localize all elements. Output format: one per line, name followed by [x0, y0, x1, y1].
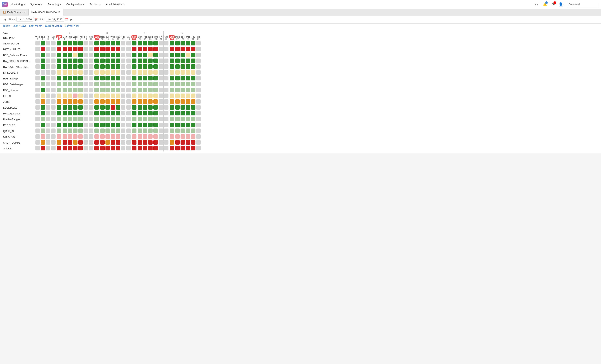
- check-cell[interactable]: [163, 140, 169, 146]
- check-cell[interactable]: [67, 99, 73, 105]
- check-cell[interactable]: [67, 41, 73, 47]
- check-cell[interactable]: [137, 99, 142, 105]
- check-cell[interactable]: [196, 81, 201, 87]
- check-cell[interactable]: [175, 93, 180, 99]
- check-cell[interactable]: [116, 93, 121, 99]
- check-cell[interactable]: [185, 146, 190, 152]
- check-cell[interactable]: [56, 70, 62, 76]
- check-cell[interactable]: [175, 140, 180, 146]
- check-cell[interactable]: [110, 58, 116, 64]
- check-cell[interactable]: [148, 70, 153, 76]
- check-cell[interactable]: [153, 116, 158, 122]
- check-cell[interactable]: [67, 116, 73, 122]
- check-cell[interactable]: [105, 134, 110, 140]
- check-cell[interactable]: [148, 64, 153, 70]
- check-cell[interactable]: [153, 134, 158, 140]
- check-cell[interactable]: [40, 111, 45, 116]
- check-cell[interactable]: [62, 99, 67, 105]
- check-cell[interactable]: [105, 81, 110, 87]
- check-cell[interactable]: [131, 134, 138, 140]
- check-cell[interactable]: [175, 111, 180, 116]
- check-cell[interactable]: [45, 116, 51, 122]
- check-cell[interactable]: [78, 116, 83, 122]
- check-cell[interactable]: [158, 116, 163, 122]
- check-cell[interactable]: [163, 41, 169, 47]
- check-cell[interactable]: [126, 122, 131, 128]
- check-cell[interactable]: [116, 58, 121, 64]
- check-cell[interactable]: [100, 134, 105, 140]
- next-button[interactable]: ▶: [70, 17, 74, 22]
- check-cell[interactable]: [45, 41, 51, 47]
- check-cell[interactable]: [126, 134, 131, 140]
- check-cell[interactable]: [190, 99, 196, 105]
- check-cell[interactable]: [158, 99, 163, 105]
- check-cell[interactable]: [175, 87, 180, 93]
- check-cell[interactable]: [163, 81, 169, 87]
- nav-systems[interactable]: Systems ▼: [28, 2, 45, 7]
- check-cell[interactable]: [100, 76, 105, 81]
- check-cell[interactable]: [196, 93, 201, 99]
- check-cell[interactable]: [196, 64, 201, 70]
- check-cell[interactable]: [88, 47, 94, 52]
- check-cell[interactable]: [67, 111, 73, 116]
- check-cell[interactable]: [142, 76, 148, 81]
- check-cell[interactable]: [190, 41, 196, 47]
- check-cell[interactable]: [51, 99, 56, 105]
- check-cell[interactable]: [110, 111, 116, 116]
- check-cell[interactable]: [35, 81, 40, 87]
- check-cell[interactable]: [169, 41, 175, 47]
- check-cell[interactable]: [83, 122, 88, 128]
- check-cell[interactable]: [169, 134, 175, 140]
- nav-configuration[interactable]: Configuration ▼: [64, 2, 87, 7]
- check-cell[interactable]: [158, 47, 163, 52]
- check-cell[interactable]: [56, 52, 62, 58]
- check-cell[interactable]: [40, 81, 45, 87]
- check-cell[interactable]: [105, 58, 110, 64]
- check-cell[interactable]: [40, 41, 45, 47]
- check-cell[interactable]: [175, 116, 180, 122]
- check-cell[interactable]: [94, 52, 100, 58]
- check-cell[interactable]: [40, 122, 45, 128]
- check-cell[interactable]: [83, 52, 88, 58]
- check-cell[interactable]: [88, 99, 94, 105]
- check-cell[interactable]: [158, 87, 163, 93]
- check-cell[interactable]: [121, 105, 126, 111]
- check-cell[interactable]: [121, 146, 126, 152]
- check-cell[interactable]: [94, 99, 100, 105]
- check-cell[interactable]: [126, 111, 131, 116]
- check-cell[interactable]: [67, 70, 73, 76]
- check-cell[interactable]: [180, 134, 185, 140]
- check-cell[interactable]: [83, 70, 88, 76]
- check-cell[interactable]: [56, 76, 62, 81]
- check-cell[interactable]: [131, 76, 138, 81]
- check-cell[interactable]: [40, 52, 45, 58]
- check-cell[interactable]: [110, 81, 116, 87]
- check-cell[interactable]: [196, 76, 201, 81]
- check-cell[interactable]: [196, 58, 201, 64]
- check-cell[interactable]: [153, 140, 158, 146]
- check-cell[interactable]: [142, 128, 148, 134]
- check-cell[interactable]: [158, 140, 163, 146]
- check-cell[interactable]: [73, 128, 78, 134]
- check-cell[interactable]: [163, 93, 169, 99]
- check-cell[interactable]: [88, 58, 94, 64]
- check-cell[interactable]: [175, 47, 180, 52]
- check-cell[interactable]: [56, 58, 62, 64]
- check-cell[interactable]: [148, 93, 153, 99]
- check-cell[interactable]: [110, 105, 116, 111]
- check-cell[interactable]: [100, 52, 105, 58]
- check-cell[interactable]: [105, 122, 110, 128]
- check-cell[interactable]: [56, 41, 62, 47]
- check-cell[interactable]: [116, 87, 121, 93]
- check-cell[interactable]: [142, 87, 148, 93]
- check-cell[interactable]: [35, 87, 40, 93]
- check-cell[interactable]: [88, 128, 94, 134]
- notifications-button[interactable]: 🔔 9: [541, 1, 548, 8]
- check-cell[interactable]: [169, 99, 175, 105]
- check-cell[interactable]: [196, 122, 201, 128]
- check-cell[interactable]: [51, 81, 56, 87]
- check-cell[interactable]: [121, 47, 126, 52]
- check-cell[interactable]: [78, 140, 83, 146]
- check-cell[interactable]: [190, 87, 196, 93]
- check-cell[interactable]: [35, 70, 40, 76]
